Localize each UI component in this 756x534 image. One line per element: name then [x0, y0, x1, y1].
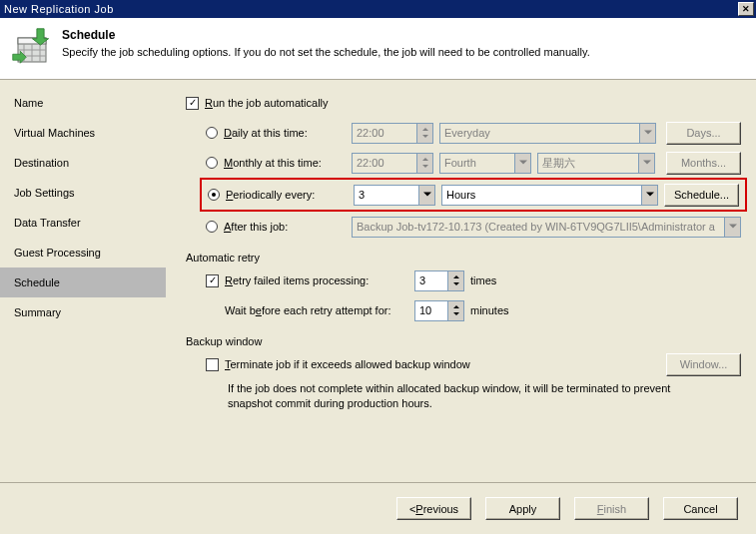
sidebar-item-summary[interactable]: Summary	[0, 297, 166, 327]
daily-radio[interactable]	[206, 127, 218, 139]
schedule-icon	[12, 28, 50, 66]
sidebar: Name Virtual Machines Destination Job Se…	[0, 80, 166, 482]
daily-label: Daily at this time:	[224, 127, 352, 139]
days-button: Days...	[666, 122, 741, 145]
monthly-week: Fourth	[439, 153, 531, 174]
window-section: Backup window	[186, 335, 741, 347]
window-button: Window...	[666, 353, 741, 376]
window-title: New Replication Job	[2, 3, 738, 15]
schedule-button[interactable]: Schedule...	[664, 184, 739, 207]
retry-suffix: times	[470, 274, 496, 286]
daily-days: Everyday	[439, 123, 656, 144]
sidebar-item-transfer[interactable]: Data Transfer	[0, 208, 166, 238]
retry-label: Retry failed items processing:	[225, 274, 414, 286]
after-label: After this job:	[224, 221, 352, 233]
header-title: Schedule	[62, 28, 590, 42]
auto-checkbox[interactable]: ✓	[186, 97, 199, 110]
periodic-value[interactable]: 3	[354, 185, 435, 206]
sidebar-item-jobset[interactable]: Job Settings	[0, 178, 166, 208]
retry-checkbox[interactable]: ✓	[206, 274, 219, 287]
sidebar-item-guest[interactable]: Guest Processing	[0, 238, 166, 267]
sidebar-item-schedule[interactable]: Schedule	[0, 267, 166, 297]
after-radio[interactable]	[206, 221, 218, 233]
auto-label: Run the job automatically	[205, 97, 329, 109]
terminate-label: Terminate job if it exceeds allowed back…	[225, 358, 470, 370]
wait-label: Wait before each retry attempt for:	[225, 304, 414, 316]
retry-count[interactable]: 3	[414, 270, 464, 291]
apply-button[interactable]: Apply	[485, 497, 560, 520]
daily-time: 22:00	[352, 123, 433, 144]
periodic-unit[interactable]: Hours	[441, 185, 658, 206]
monthly-day: 星期六	[537, 153, 655, 174]
monthly-label: Monthly at this time:	[224, 157, 352, 169]
header: Schedule Specify the job scheduling opti…	[0, 18, 756, 80]
sidebar-item-vm[interactable]: Virtual Machines	[0, 118, 166, 148]
monthly-radio[interactable]	[206, 157, 218, 169]
auto-row: ✓ Run the job automatically	[186, 88, 741, 118]
periodic-radio[interactable]	[208, 189, 220, 201]
wait-suffix: minutes	[470, 304, 509, 316]
finish-button: Finish	[574, 497, 649, 520]
previous-button[interactable]: < Previous	[396, 497, 471, 520]
titlebar: New Replication Job ✕	[0, 0, 756, 18]
close-icon[interactable]: ✕	[738, 2, 754, 16]
window-hint: If the job does not complete within allo…	[206, 379, 695, 412]
sidebar-item-name[interactable]: Name	[0, 88, 166, 118]
header-subtitle: Specify the job scheduling options. If y…	[62, 46, 590, 58]
footer: < Previous Apply Finish Cancel	[0, 482, 756, 534]
retry-section: Automatic retry	[186, 252, 741, 264]
periodic-label: Periodically every:	[226, 189, 354, 201]
months-button: Months...	[666, 152, 741, 175]
terminate-checkbox[interactable]	[206, 358, 219, 371]
cancel-button[interactable]: Cancel	[663, 497, 738, 520]
wait-value[interactable]: 10	[414, 300, 464, 321]
monthly-time: 22:00	[352, 153, 433, 174]
sidebar-item-dest[interactable]: Destination	[0, 148, 166, 178]
after-job: Backup Job-tv172-10.173 (Created by WIN-…	[352, 217, 741, 238]
